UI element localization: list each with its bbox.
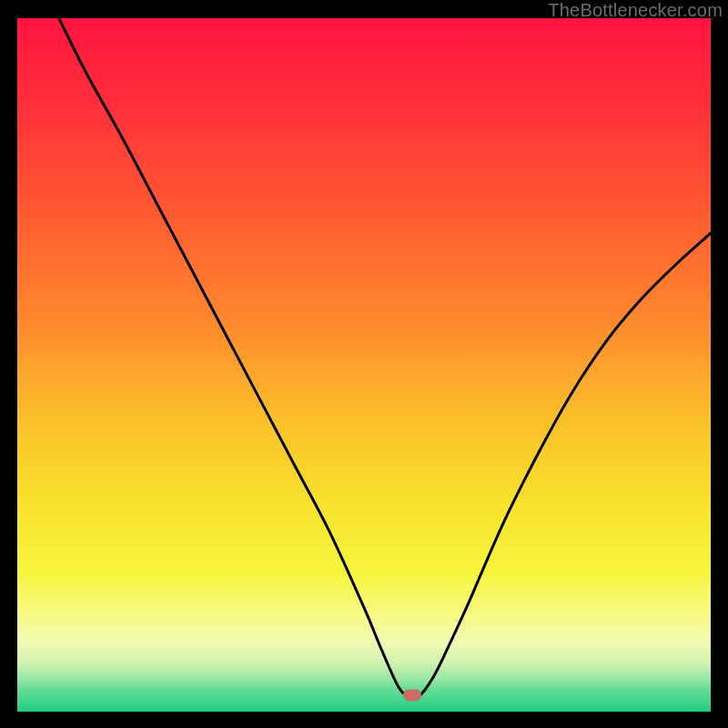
plot-area — [17, 18, 711, 712]
optimal-marker — [403, 690, 421, 702]
bottleneck-curve — [17, 18, 711, 712]
curve-path — [59, 18, 711, 697]
watermark-text: TheBottlenecker.com — [548, 0, 723, 21]
chart-stage: TheBottlenecker.com — [0, 0, 728, 728]
